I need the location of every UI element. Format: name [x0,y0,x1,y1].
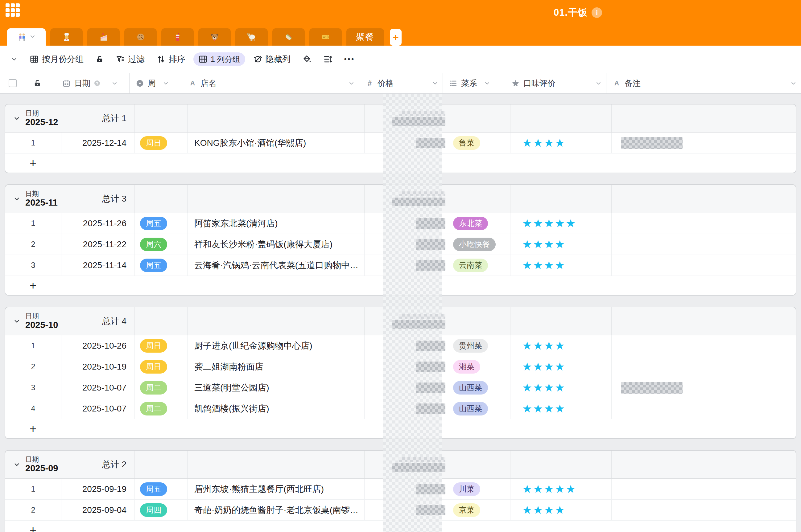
add-row[interactable]: + [5,276,796,295]
select-all-checkbox-cell[interactable] [0,73,25,93]
store-name-cell[interactable]: 龚二姐湖南粉面店 [187,356,364,377]
table-row[interactable]: 22025-10-19周日龚二姐湖南粉面店湘菜★★★★ [5,356,796,377]
checkbox-icon[interactable] [8,79,17,87]
collapse-group-chevron-icon[interactable] [13,318,20,325]
rating-cell[interactable]: ★★★★ [510,234,611,254]
add-record-button[interactable]: + [5,520,61,532]
collapse-group-chevron-icon[interactable] [13,195,20,203]
chevron-down-icon[interactable] [484,80,490,87]
price-cell[interactable] [364,335,448,356]
cuisine-cell[interactable]: 东北菜 [448,213,510,234]
info-icon[interactable]: i [592,7,602,18]
cuisine-cell[interactable]: 京菜 [448,500,510,520]
column-header-date[interactable]: 日期? [56,73,129,93]
add-row[interactable]: + [5,153,796,173]
store-name-cell[interactable]: 厨子进京(世纪金源购物中心店) [187,335,364,356]
add-record-button[interactable]: + [5,419,61,438]
week-cell[interactable]: 周五 [134,479,187,499]
table-row[interactable]: 22025-09-04周四奇葩·奶奶的烧鱼酱肘子·老北京饭桌(南锣…京菜★★★★ [5,500,796,520]
sheet-tab[interactable] [7,28,45,45]
lock-view-button[interactable] [92,51,108,68]
collapse-group-chevron-icon[interactable] [13,461,20,468]
hide-columns-button[interactable]: 隐藏列 [249,51,294,68]
chevron-down-icon[interactable] [432,80,438,87]
paint-format-button[interactable] [299,51,315,68]
add-record-button[interactable]: + [5,153,61,173]
column-header-cuisine[interactable]: 菜系 [443,73,505,93]
table-row[interactable]: 12025-09-19周五眉州东坡·熊猫主题餐厅(西北旺店)川菜★★★★★ [5,479,796,500]
cuisine-cell[interactable]: 贵州菜 [448,335,510,356]
help-icon[interactable]: ? [93,79,101,87]
rating-cell[interactable]: ★★★★ [510,500,611,520]
collapse-group-chevron-icon[interactable] [13,115,20,122]
week-cell[interactable]: 周四 [134,500,187,520]
table-row[interactable]: 12025-10-26周日厨子进京(世纪金源购物中心店)贵州菜★★★★ [5,335,796,356]
cuisine-cell[interactable]: 川菜 [448,479,510,499]
notes-cell[interactable] [611,398,796,419]
notes-cell[interactable] [611,356,796,377]
chevron-down-icon[interactable] [595,80,602,87]
add-row[interactable]: + [5,419,796,438]
price-cell[interactable] [364,500,448,520]
cuisine-cell[interactable]: 鲁菜 [448,133,510,153]
notes-cell[interactable] [611,500,796,520]
price-cell[interactable] [364,377,448,398]
notes-cell[interactable] [611,213,796,234]
view-collapse-button[interactable] [7,51,22,68]
notes-cell[interactable] [611,255,796,276]
add-record-button[interactable]: + [5,276,61,295]
cuisine-cell[interactable]: 云南菜 [448,255,510,276]
column-header-price[interactable]: #价格 [359,73,443,93]
more-button[interactable]: ••• [340,51,359,68]
store-name-cell[interactable]: 三道菜(明堂公园店) [187,377,364,398]
store-name-cell[interactable]: 奇葩·奶奶的烧鱼酱肘子·老北京饭桌(南锣… [187,500,364,520]
sort-button[interactable]: 排序 [153,51,189,68]
column-header-notes[interactable]: A备注 [606,73,801,93]
date-cell[interactable]: 2025-11-14 [61,255,134,276]
chevron-down-icon[interactable] [111,80,118,87]
rating-cell[interactable]: ★★★★★ [510,213,611,234]
date-cell[interactable]: 2025-09-19 [61,479,134,499]
filter-button[interactable]: 过滤 [112,51,148,68]
notes-cell[interactable] [611,479,796,499]
add-row[interactable]: + [5,520,796,532]
store-name-cell[interactable]: 云海肴·汽锅鸡·云南代表菜(五道口购物中… [187,255,364,276]
cuisine-cell[interactable]: 湘菜 [448,356,510,377]
date-cell[interactable]: 2025-10-26 [61,335,134,356]
rating-cell[interactable]: ★★★★★ [510,479,611,499]
rating-cell[interactable]: ★★★★ [510,398,611,419]
sheet-tab[interactable] [87,28,120,45]
sheet-tab[interactable] [198,28,231,45]
table-row[interactable]: 32025-10-07周二三道菜(明堂公园店)山西菜★★★★ [5,377,796,398]
price-cell[interactable] [364,213,448,234]
week-cell[interactable]: 周二 [134,377,187,398]
price-cell[interactable] [364,479,448,499]
store-name-cell[interactable]: 阿笛家东北菜(清河店) [187,213,364,234]
date-cell[interactable]: 2025-11-22 [61,234,134,254]
notes-cell[interactable] [611,133,796,153]
table-row[interactable]: 12025-12-14周日KŌNG胶东小馆·酒馆(华熙店)鲁菜★★★★ [5,133,796,153]
table-row[interactable]: 22025-11-22周六祥和友长沙米粉·盖码饭(康得大厦店)小吃快餐★★★★ [5,234,796,255]
group-title-cell[interactable]: 日期2025-10总计 4 [5,307,134,335]
group-by-button[interactable]: 按月份分组 [26,51,87,68]
price-cell[interactable] [364,398,448,419]
table-row[interactable]: 42025-10-07周二凯鸽酒楼(振兴街店)山西菜★★★★ [5,398,796,419]
notes-cell[interactable] [611,377,796,398]
rating-cell[interactable]: ★★★★ [510,133,611,153]
date-cell[interactable]: 2025-12-14 [61,133,134,153]
lock-column-cell[interactable] [25,73,56,93]
price-cell[interactable] [364,234,448,254]
sheet-tab-text[interactable]: 聚餐 [347,28,384,45]
week-cell[interactable]: 周五 [134,213,187,234]
price-cell[interactable] [364,356,448,377]
sheet-tab[interactable] [309,28,342,45]
sheet-tab[interactable] [161,28,194,45]
date-cell[interactable]: 2025-10-07 [61,398,134,419]
date-cell[interactable]: 2025-10-07 [61,377,134,398]
sheet-tab[interactable] [50,28,83,45]
store-name-cell[interactable]: 眉州东坡·熊猫主题餐厅(西北旺店) [187,479,364,499]
store-name-cell[interactable]: KŌNG胶东小馆·酒馆(华熙店) [187,133,364,153]
notes-cell[interactable] [611,234,796,254]
week-cell[interactable]: 周日 [134,335,187,356]
date-cell[interactable]: 2025-09-04 [61,500,134,520]
